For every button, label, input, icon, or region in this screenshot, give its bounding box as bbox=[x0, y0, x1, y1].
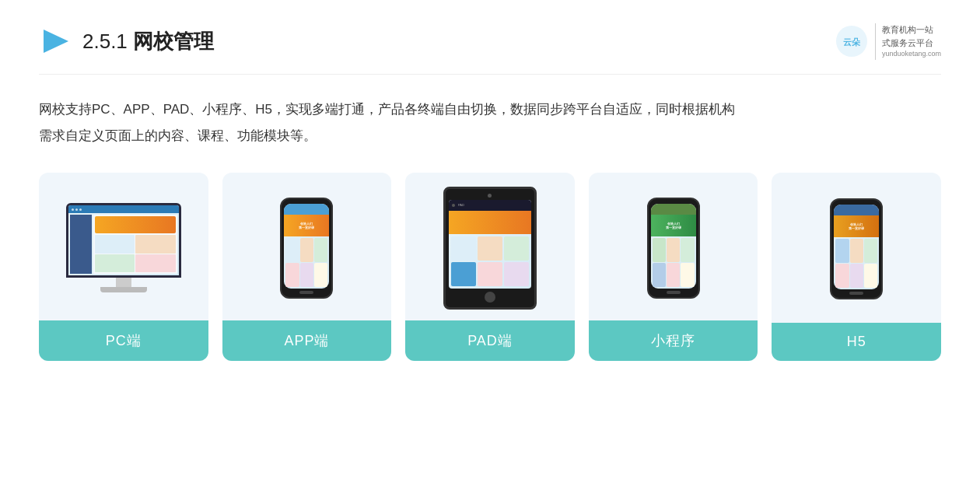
monitor-screen bbox=[68, 205, 179, 275]
card-pad-image: PAD bbox=[405, 173, 575, 320]
monitor-body bbox=[66, 203, 181, 278]
card-pc-label: PC端 bbox=[39, 320, 208, 361]
phone-home-btn-mini bbox=[667, 291, 681, 294]
card-pad-label: PAD端 bbox=[405, 320, 575, 361]
card-app: 创造人们第一堂好课 bbox=[222, 173, 392, 361]
phone-screen: 创造人们第一堂好课 bbox=[284, 204, 329, 289]
pc-monitor bbox=[66, 203, 181, 292]
logo-text: 教育机构一站 式服务云平台 yunduoketang.com bbox=[875, 23, 941, 60]
phone-home-btn-h5 bbox=[849, 292, 863, 295]
card-app-label: APP端 bbox=[222, 320, 392, 361]
svg-marker-0 bbox=[44, 30, 68, 53]
phone-notch bbox=[299, 199, 314, 203]
phone-notch-mini bbox=[666, 199, 681, 203]
monitor-base bbox=[100, 287, 147, 292]
card-h5: 创造人们第一堂好课 bbox=[772, 173, 941, 361]
svg-text:云朵: 云朵 bbox=[843, 37, 861, 47]
desc-line1: 网校支持PC、APP、PAD、小程序、H5，实现多端打通，产品各终端自由切换，数… bbox=[39, 96, 941, 123]
cards-row: PC端 创造人们第一堂好课 bbox=[39, 173, 941, 361]
card-miniprogram-image: 创造人们第一堂好课 bbox=[589, 173, 758, 320]
page-header: 2.5.1 网校管理 云朵 教育机构一站 式服务云平台 yunduoketang… bbox=[39, 23, 941, 75]
header-left: 2.5.1 网校管理 bbox=[39, 26, 214, 56]
phone-body: 创造人们第一堂好课 bbox=[280, 198, 333, 299]
desc-line2: 需求自定义页面上的内容、课程、功能模块等。 bbox=[39, 123, 941, 149]
logo-icon: 云朵 bbox=[835, 24, 869, 58]
card-miniprogram-label: 小程序 bbox=[589, 320, 758, 361]
card-h5-label: H5 bbox=[772, 323, 941, 361]
phone-body-mini: 创造人们第一堂好课 bbox=[647, 198, 700, 299]
tablet-screen: PAD bbox=[449, 200, 531, 289]
miniprogram-phone: 创造人们第一堂好课 bbox=[647, 198, 700, 299]
description: 网校支持PC、APP、PAD、小程序、H5，实现多端打通，产品各终端自由切换，数… bbox=[39, 96, 941, 149]
h5-phone: 创造人们第一堂好课 bbox=[830, 198, 883, 299]
card-app-image: 创造人们第一堂好课 bbox=[222, 173, 392, 320]
phone-home-btn bbox=[299, 291, 313, 294]
card-pc-image bbox=[39, 173, 208, 320]
card-pc: PC端 bbox=[39, 173, 208, 361]
tablet-home-btn bbox=[485, 292, 495, 303]
card-h5-image: 创造人们第一堂好课 bbox=[772, 173, 941, 323]
phone-notch-h5 bbox=[849, 200, 864, 204]
phone-screen-mini: 创造人们第一堂好课 bbox=[651, 204, 696, 289]
play-icon bbox=[39, 26, 68, 56]
tablet-camera bbox=[488, 194, 492, 198]
logo-area: 云朵 教育机构一站 式服务云平台 yunduoketang.com bbox=[835, 23, 941, 60]
card-miniprogram: 创造人们第一堂好课 bbox=[589, 173, 758, 361]
tablet-body: PAD bbox=[443, 187, 537, 310]
phone-screen-h5: 创造人们第一堂好课 bbox=[834, 205, 879, 289]
pad-tablet: PAD bbox=[443, 187, 537, 310]
phone-body-h5: 创造人们第一堂好课 bbox=[830, 198, 883, 299]
app-phone: 创造人们第一堂好课 bbox=[280, 198, 333, 299]
monitor-stand bbox=[116, 278, 131, 287]
page-title: 2.5.1 网校管理 bbox=[82, 28, 214, 55]
page-container: 2.5.1 网校管理 云朵 教育机构一站 式服务云平台 yunduoketang… bbox=[0, 0, 980, 490]
card-pad: PAD bbox=[405, 173, 575, 361]
